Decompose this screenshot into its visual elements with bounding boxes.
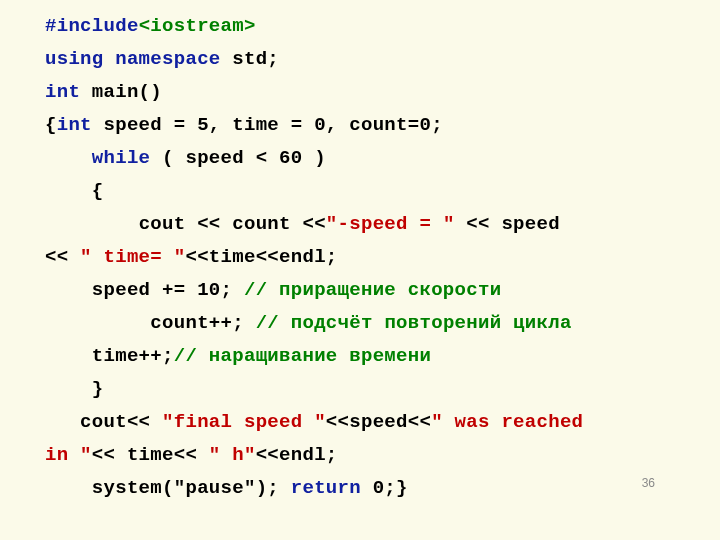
comment: // подсчёт повторений цикла bbox=[256, 312, 572, 334]
brace: { bbox=[45, 114, 57, 136]
keyword-using: using bbox=[45, 48, 104, 70]
string-literal: " h" bbox=[209, 444, 256, 466]
code-line: int main() bbox=[45, 76, 720, 109]
statement: speed += 10; bbox=[92, 279, 244, 301]
code-line: while ( speed < 60 ) bbox=[45, 142, 720, 175]
code-line: cout<< "final speed "<<speed<<" was reac… bbox=[45, 406, 720, 439]
include-directive: #include bbox=[45, 15, 139, 37]
code-line: count++; // подсчёт повторений цикла bbox=[45, 307, 720, 340]
string-literal: in " bbox=[45, 444, 92, 466]
keyword-while: while bbox=[92, 147, 151, 169]
declarations: speed = 5, time = 0, count=0; bbox=[92, 114, 443, 136]
code-line: using namespace std; bbox=[45, 43, 720, 76]
brace: { bbox=[92, 180, 104, 202]
code-line: time++;// наращивание времени bbox=[45, 340, 720, 373]
statement: cout << count << bbox=[139, 213, 326, 235]
statement: << speed bbox=[455, 213, 560, 235]
identifier: std; bbox=[221, 48, 280, 70]
code-line: system("pause"); return 0;} bbox=[45, 472, 720, 505]
code-line: {int speed = 5, time = 0, count=0; bbox=[45, 109, 720, 142]
code-line: { bbox=[45, 175, 720, 208]
code-line: speed += 10; // приращение скорости bbox=[45, 274, 720, 307]
comment: // приращение скорости bbox=[244, 279, 501, 301]
keyword-namespace: namespace bbox=[115, 48, 220, 70]
statement: 0;} bbox=[361, 477, 408, 499]
statement: <<endl; bbox=[256, 444, 338, 466]
code-listing: #include<iostream> using namespace std; … bbox=[0, 0, 720, 505]
comment: // наращивание времени bbox=[174, 345, 431, 367]
code-line: #include<iostream> bbox=[45, 10, 720, 43]
condition: ( speed < 60 ) bbox=[150, 147, 326, 169]
code-line: } bbox=[45, 373, 720, 406]
keyword-int: int bbox=[57, 114, 92, 136]
code-line: cout << count <<"-speed = " << speed bbox=[45, 208, 720, 241]
statement: count++; bbox=[150, 312, 255, 334]
statement: <<speed<< bbox=[326, 411, 431, 433]
header-name: <iostream> bbox=[139, 15, 256, 37]
page-number: 36 bbox=[642, 467, 655, 500]
statement: time++; bbox=[92, 345, 174, 367]
string-literal: " was reached bbox=[431, 411, 583, 433]
statement: cout<< bbox=[80, 411, 162, 433]
code-line: in "<< time<< " h"<<endl; bbox=[45, 439, 720, 472]
code-line: << " time= "<<time<<endl; bbox=[45, 241, 720, 274]
string-literal: "-speed = " bbox=[326, 213, 455, 235]
brace: } bbox=[92, 378, 104, 400]
fn-main: main() bbox=[80, 81, 162, 103]
operator: << bbox=[45, 246, 80, 268]
statement: << time<< bbox=[92, 444, 209, 466]
statement: <<time<<endl; bbox=[185, 246, 337, 268]
keyword-int: int bbox=[45, 81, 80, 103]
string-literal: " time= " bbox=[80, 246, 185, 268]
string-literal: "final speed " bbox=[162, 411, 326, 433]
keyword-return: return bbox=[291, 477, 361, 499]
statement: system("pause"); bbox=[92, 477, 291, 499]
